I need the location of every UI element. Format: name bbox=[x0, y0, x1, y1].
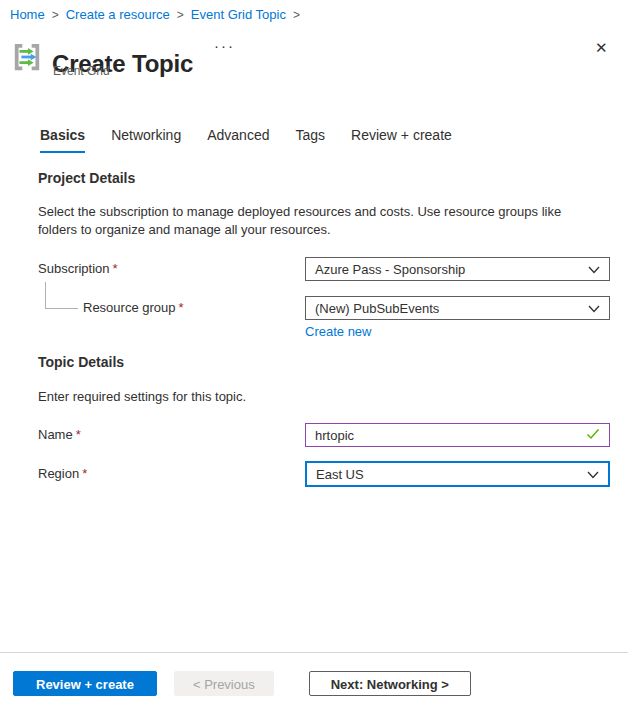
name-input[interactable]: hrtopic bbox=[305, 423, 610, 447]
footer-actions: Review + create < Previous Next: Network… bbox=[13, 671, 471, 696]
close-icon[interactable]: ✕ bbox=[589, 38, 614, 58]
page-subtitle: Event Grid bbox=[53, 64, 110, 78]
resource-group-dropdown[interactable]: (New) PubSubEvents bbox=[305, 296, 610, 320]
create-new-link[interactable]: Create new bbox=[305, 324, 371, 339]
chevron-down-icon bbox=[588, 301, 600, 316]
chevron-down-icon bbox=[587, 467, 599, 482]
resource-group-value: (New) PubSubEvents bbox=[315, 301, 439, 316]
resource-group-label: Resource group* bbox=[83, 296, 184, 320]
subscription-label: Subscription* bbox=[38, 257, 118, 281]
breadcrumb-home-link[interactable]: Home bbox=[10, 7, 45, 22]
tab-advanced[interactable]: Advanced bbox=[207, 127, 269, 153]
breadcrumb-separator-icon: > bbox=[293, 8, 300, 22]
region-dropdown[interactable]: East US bbox=[305, 461, 610, 487]
region-label: Region* bbox=[38, 462, 87, 486]
review-create-button[interactable]: Review + create bbox=[13, 671, 157, 696]
project-details-description: Select the subscription to manage deploy… bbox=[38, 203, 586, 239]
required-asterisk: * bbox=[179, 300, 184, 315]
chevron-down-icon bbox=[588, 262, 600, 277]
topic-details-description: Enter required settings for this topic. bbox=[38, 388, 586, 406]
region-value: East US bbox=[316, 467, 364, 482]
tab-tags[interactable]: Tags bbox=[295, 127, 325, 153]
breadcrumb: Home > Create a resource > Event Grid To… bbox=[10, 7, 300, 22]
name-value: hrtopic bbox=[315, 428, 354, 443]
project-details-heading: Project Details bbox=[38, 170, 135, 186]
tab-review-create[interactable]: Review + create bbox=[351, 127, 452, 153]
resource-group-connector-line bbox=[45, 282, 78, 309]
required-asterisk: * bbox=[82, 466, 87, 481]
footer-divider bbox=[0, 652, 628, 653]
tab-networking[interactable]: Networking bbox=[111, 127, 181, 153]
breadcrumb-separator-icon: > bbox=[52, 8, 59, 22]
required-asterisk: * bbox=[76, 427, 81, 442]
create-topic-page: Home > Create a resource > Event Grid To… bbox=[0, 0, 628, 710]
valid-check-icon bbox=[586, 428, 600, 443]
required-asterisk: * bbox=[113, 261, 118, 276]
next-networking-button[interactable]: Next: Networking > bbox=[309, 671, 471, 696]
subscription-dropdown[interactable]: Azure Pass - Sponsorship bbox=[305, 257, 610, 281]
topic-details-heading: Topic Details bbox=[38, 354, 124, 370]
wizard-tabs: Basics Networking Advanced Tags Review +… bbox=[40, 127, 452, 153]
more-options-icon[interactable]: ··· bbox=[208, 36, 241, 55]
name-label: Name* bbox=[38, 423, 81, 447]
event-grid-icon bbox=[12, 41, 42, 76]
previous-button[interactable]: < Previous bbox=[174, 671, 274, 696]
breadcrumb-create-a-resource-link[interactable]: Create a resource bbox=[66, 7, 170, 22]
tab-basics[interactable]: Basics bbox=[40, 127, 85, 153]
breadcrumb-separator-icon: > bbox=[177, 8, 184, 22]
breadcrumb-event-grid-topic-link[interactable]: Event Grid Topic bbox=[191, 7, 286, 22]
subscription-value: Azure Pass - Sponsorship bbox=[315, 262, 465, 277]
